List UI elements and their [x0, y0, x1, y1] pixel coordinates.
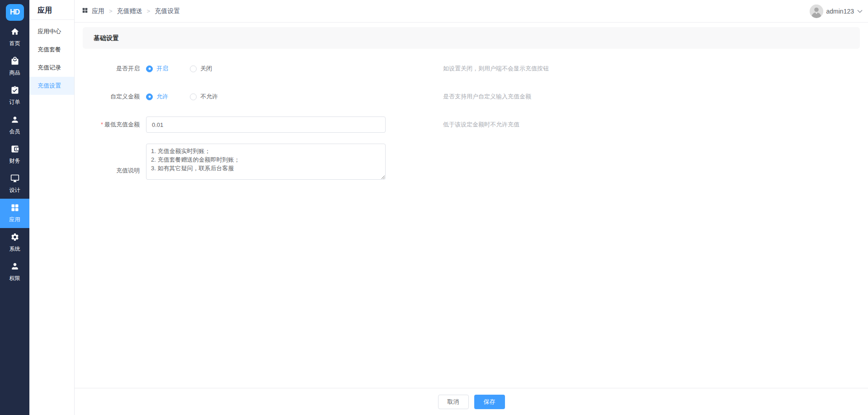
rail-item-label: 订单	[9, 98, 20, 106]
field-label: *最低充值金额	[83, 116, 146, 134]
custom-amount-radio-group: 允许 不允许	[146, 88, 386, 106]
form-row-custom-amount: 自定义金额 允许 不允许 是否支持用户自定义输入充值金额	[83, 88, 868, 106]
radio-custom-deny[interactable]: 不允许	[190, 93, 218, 101]
rail-item-label: 会员	[9, 128, 20, 135]
grid-icon	[82, 7, 92, 15]
goods-icon	[10, 56, 19, 67]
rail-item-apps[interactable]: 应用	[0, 199, 29, 228]
breadcrumb-separator: >	[147, 8, 151, 14]
app-logo[interactable]: HD	[0, 0, 29, 23]
icon-rail: HD 首页 商品 订单 会员 财务 设计 应用 系统 权限	[0, 0, 29, 415]
field-help-text: 如设置关闭，则用户端不会显示充值按钮	[443, 60, 549, 78]
field-label: 是否开启	[83, 60, 146, 78]
required-mark: *	[101, 121, 103, 128]
radio-icon	[190, 93, 197, 100]
form-row-min-amount: *最低充值金额 低于该设定金额时不允许充值	[83, 116, 868, 134]
field-label: 自定义金额	[83, 88, 146, 106]
apps-icon	[10, 203, 19, 214]
chevron-down-icon	[857, 9, 863, 13]
rail-item-design[interactable]: 设计	[0, 169, 29, 199]
rail-item-system[interactable]: 系统	[0, 228, 29, 257]
sidebar-item-app-center[interactable]: 应用中心	[29, 23, 74, 41]
top-header: 应用 > 充值赠送 > 充值设置 admin123	[75, 0, 868, 23]
rail-item-label: 商品	[9, 69, 20, 77]
finance-icon	[10, 145, 19, 155]
rail-item-finance[interactable]: 财务	[0, 140, 29, 169]
settings-form: 是否开启 开启 关闭 如设置关闭，则用户端不会显示充值按钮 自定义金额	[75, 60, 868, 180]
settings-panel: 基础设置 是否开启 开启 关闭 如设置关闭，则用户端不会显示充值按钮	[75, 23, 868, 388]
action-bar: 取消 保存	[75, 388, 868, 415]
save-button[interactable]: 保存	[474, 395, 505, 409]
rail-item-home[interactable]: 首页	[0, 23, 29, 52]
section-title: 基础设置	[83, 27, 860, 49]
breadcrumb-separator: >	[109, 8, 113, 14]
form-row-enabled: 是否开启 开启 关闭 如设置关闭，则用户端不会显示充值按钮	[83, 60, 868, 78]
rail-item-members[interactable]: 会员	[0, 111, 29, 140]
sub-sidebar-title: 应用	[29, 0, 74, 20]
radio-icon	[146, 65, 153, 72]
rail-item-goods[interactable]: 商品	[0, 52, 29, 81]
field-help-text: 低于该设定金额时不允许充值	[443, 116, 519, 134]
breadcrumb-item-apps[interactable]: 应用	[92, 7, 104, 15]
sidebar-item-recharge-records[interactable]: 充值记录	[29, 59, 74, 77]
sidebar-item-recharge-settings[interactable]: 充值设置	[29, 77, 74, 95]
system-icon	[10, 233, 19, 243]
radio-icon	[190, 65, 197, 72]
home-icon	[10, 27, 19, 37]
rail-item-label: 设计	[9, 187, 20, 194]
sidebar-item-recharge-packages[interactable]: 充值套餐	[29, 41, 74, 59]
radio-enabled-off[interactable]: 关闭	[190, 65, 212, 73]
rail-item-label: 首页	[9, 40, 20, 47]
permissions-icon	[10, 262, 19, 272]
rail-item-label: 财务	[9, 157, 20, 165]
radio-enabled-on[interactable]: 开启	[146, 65, 168, 73]
design-icon	[10, 174, 19, 184]
field-help-text: 是否支持用户自定义输入充值金额	[443, 88, 531, 106]
sub-sidebar: 应用 应用中心 充值套餐 充值记录 充值设置	[29, 0, 75, 415]
field-label: 充值说明	[83, 162, 146, 180]
radio-custom-allow[interactable]: 允许	[146, 93, 168, 101]
enabled-radio-group: 开启 关闭	[146, 60, 386, 78]
breadcrumb: 应用 > 充值赠送 > 充值设置	[82, 7, 180, 15]
rail-item-orders[interactable]: 订单	[0, 81, 29, 111]
user-menu[interactable]: admin123	[810, 5, 863, 18]
main-area: 应用 > 充值赠送 > 充值设置 admin123 基础设置 是否开启 开启	[75, 0, 868, 415]
rail-item-label: 权限	[9, 275, 20, 282]
radio-icon	[146, 93, 153, 100]
username-label: admin123	[826, 8, 854, 15]
rail-item-label: 系统	[9, 245, 20, 253]
breadcrumb-item-recharge-gift[interactable]: 充值赠送	[117, 7, 142, 15]
recharge-description-textarea[interactable]: 1. 充值金额实时到账； 2. 充值套餐赠送的金额即时到账； 3. 如有其它疑问…	[146, 144, 386, 180]
breadcrumb-item-recharge-settings: 充值设置	[155, 7, 180, 15]
avatar	[810, 5, 823, 18]
min-amount-input[interactable]	[146, 117, 386, 133]
logo-monogram: HD	[6, 4, 24, 21]
orders-icon	[10, 86, 19, 96]
members-icon	[10, 115, 19, 126]
rail-item-label: 应用	[9, 216, 20, 224]
rail-item-permissions[interactable]: 权限	[0, 257, 29, 287]
cancel-button[interactable]: 取消	[438, 395, 469, 409]
form-row-description: 充值说明 1. 充值金额实时到账； 2. 充值套餐赠送的金额即时到账； 3. 如…	[83, 144, 868, 180]
